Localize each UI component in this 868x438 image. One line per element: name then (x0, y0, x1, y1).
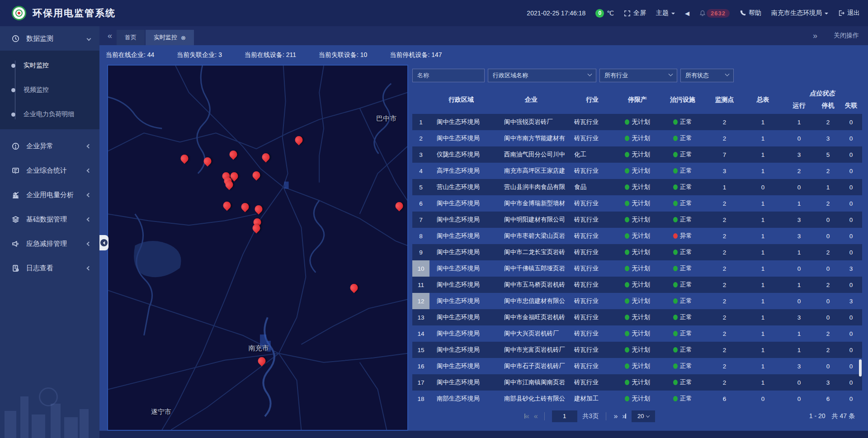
sidebar-item-7[interactable]: 日志查看 (0, 256, 99, 280)
org-dropdown[interactable]: 南充市生态环境局 (771, 9, 828, 17)
pagination-total: 共 47 条 (832, 412, 855, 420)
table-row[interactable]: 7阆中生态环境局阆中明阳建材有限公司砖瓦行业无计划正常21300 (412, 212, 862, 228)
scrollbar-thumb[interactable] (859, 359, 862, 377)
cell-run: 0 (782, 298, 816, 305)
map-panel[interactable]: 巴中市南充市遂宁市 (107, 65, 408, 431)
cell-facility-status: 正常 (660, 330, 705, 338)
page-size-select[interactable]: 20 (632, 410, 655, 422)
alert-icon (12, 142, 20, 150)
theme-dropdown[interactable]: 主题 (656, 9, 675, 17)
table-row[interactable]: 8阆中生态环境局阆中市枣碧大梁山页岩砖瓦行业无计划异常21300 (412, 228, 862, 244)
cell-meters: 1 (744, 119, 782, 126)
tab-label: 实时监控 (154, 33, 177, 42)
page-number-input[interactable] (552, 410, 577, 422)
table-row[interactable]: 11阆中生态环境局阆中市五马桥页岩机砖砖瓦行业无计划正常21120 (412, 277, 862, 293)
table-row[interactable]: 10阆中生态环境局阆中千佛镇五郎垭页岩砖瓦行业无计划正常21003 (412, 260, 862, 277)
cell-region: 阆中生态环境局 (429, 362, 493, 370)
sidebar-item-6[interactable]: 应急减排管理 (0, 231, 99, 256)
table-row[interactable]: 2阆中生态环境局阆中市南方节能建材有砖瓦行业无计划正常21030 (412, 130, 862, 146)
cell-industry: 砖瓦行业 (570, 281, 615, 289)
table-row[interactable]: 9阆中生态环境局阆中市二龙长宝页岩砖砖瓦行业无计划正常21120 (412, 244, 862, 260)
table-row[interactable]: 18南部生态环境局南部县砂化土砖有限公建材加工无计划正常60060 (412, 391, 862, 401)
gauge-icon (12, 35, 20, 42)
table-row[interactable]: 14阆中生态环境局阆中大兴页岩机砖厂砖瓦行业无计划正常21120 (412, 325, 862, 342)
industry-select[interactable]: 所有行业 (599, 69, 677, 82)
stat-item: 当前失联企业: 3 (177, 51, 222, 59)
tab[interactable]: 首页 (117, 30, 145, 45)
status-text: 无计划 (632, 248, 650, 256)
table-row[interactable]: 16阆中生态环境局阆中市石子页岩机砖厂砖瓦行业无计划正常21300 (412, 358, 862, 374)
cell-lost: 0 (840, 151, 862, 158)
sound-icon[interactable]: ◀ (685, 10, 689, 17)
row-number: 11 (412, 277, 429, 293)
status-dot (673, 282, 678, 287)
row-number: 4 (412, 163, 429, 179)
row-number: 16 (412, 358, 429, 374)
sidebar-item-1[interactable]: 数据监测 (0, 26, 99, 51)
cell-stop-status: 无计划 (615, 281, 660, 289)
row-number: 6 (412, 195, 429, 212)
table-header: 行政区域 企业 行业 停限产 治污设施 监测点 总表 点位状态 运行 停机 失联 (412, 86, 862, 114)
fullscreen-button[interactable]: 全屏 (624, 9, 646, 17)
table-row[interactable]: 4高坪生态环境局南充市高坪区王家店建砖瓦行业无计划正常31220 (412, 163, 862, 179)
status-dot (673, 136, 678, 141)
last-page-icon[interactable]: » (622, 412, 626, 420)
row-number: 15 (412, 342, 429, 358)
status-dot (673, 233, 678, 239)
tab-scroll-right-icon[interactable]: » (808, 31, 822, 41)
cell-stop-status: 无计划 (615, 395, 660, 401)
log-icon (12, 264, 20, 272)
cell-facility-status: 正常 (660, 151, 705, 159)
sidebar-item-5[interactable]: 基础数据管理 (0, 207, 99, 231)
help-button[interactable]: 帮助 (740, 9, 761, 17)
cell-halt: 2 (816, 200, 840, 207)
status-dot (673, 396, 678, 401)
table-row[interactable]: 6阆中生态环境局阆中市金博瑞新型墙材砖瓦行业无计划正常21120 (412, 195, 862, 212)
table-row[interactable]: 1阆中生态环境局阆中强锐页岩砖厂砖瓦行业无计划正常21120 (412, 114, 862, 130)
status-text: 正常 (680, 313, 692, 321)
table-row[interactable]: 17阆中生态环境局阆中市江南镇阆南页岩砖瓦行业无计划正常21030 (412, 374, 862, 391)
prev-page-icon[interactable]: « (534, 412, 537, 420)
close-operations-button[interactable]: 关闭操作 (834, 32, 859, 40)
sidebar-item-4[interactable]: 企业用电量分析 (0, 183, 99, 207)
tab-active[interactable]: 实时监控⊗ (146, 30, 194, 45)
cell-region: 高坪生态环境局 (429, 167, 493, 175)
sidebar-item-label: 企业用电量分析 (26, 191, 74, 199)
status-dot (673, 331, 678, 336)
name-search-input[interactable] (412, 69, 485, 82)
table-row[interactable]: 5营山生态环境局营山县润丰肉食品有限食品无计划正常10010 (412, 179, 862, 195)
sidebar-item-2[interactable]: 企业异常 (0, 134, 99, 158)
table-row[interactable]: 13阆中生态环境局阆中市金福旺页岩机砖砖瓦行业无计划正常21300 (412, 309, 862, 325)
notifications[interactable]: 2632 (699, 9, 730, 18)
sidebar-collapse-button[interactable] (99, 235, 108, 250)
cell-industry: 砖瓦行业 (570, 118, 615, 126)
app-logo-icon (12, 6, 26, 20)
table-row[interactable]: 3仪陇生态环境局西南油气田分公司川中化工无计划正常71350 (412, 146, 862, 163)
region-select[interactable]: 行政区域名称 (488, 69, 596, 82)
sidebar-subitem[interactable]: 实时监控 (0, 53, 99, 78)
tab-scroll-left-icon[interactable]: « (103, 31, 117, 41)
table-row[interactable]: 15阆中生态环境局阆中市光富页岩机砖厂砖瓦行业无计划正常21120 (412, 342, 862, 358)
status-dot (673, 298, 678, 304)
first-page-icon[interactable]: « (524, 412, 528, 420)
col-lost: 失联 (845, 102, 858, 110)
sidebar-item-3[interactable]: 企业综合统计 (0, 158, 99, 183)
tab-close-icon[interactable]: ⊗ (181, 34, 186, 41)
cell-lost: 3 (840, 265, 862, 272)
next-page-icon[interactable]: » (613, 412, 617, 420)
cell-points: 2 (705, 330, 744, 337)
cell-region: 阆中生态环境局 (429, 346, 493, 354)
cell-points: 2 (705, 119, 744, 126)
cell-industry: 建材加工 (570, 395, 615, 401)
cell-meters: 1 (744, 347, 782, 353)
cell-run: 1 (782, 347, 816, 353)
logout-button[interactable]: 退出 (838, 9, 860, 17)
chevron-left-icon (87, 168, 91, 173)
cell-region: 阆中生态环境局 (429, 118, 493, 126)
status-select[interactable]: 所有状态 (680, 69, 734, 82)
status-dot (625, 217, 629, 222)
sidebar-subitem[interactable]: 视频监控 (0, 78, 99, 102)
sidebar-subitem[interactable]: 企业电力负荷明细 (0, 102, 99, 127)
cell-facility-status: 正常 (660, 118, 705, 126)
table-row[interactable]: 12阆中生态环境局阆中市忠信建材有限公砖瓦行业无计划正常21003 (412, 293, 862, 309)
